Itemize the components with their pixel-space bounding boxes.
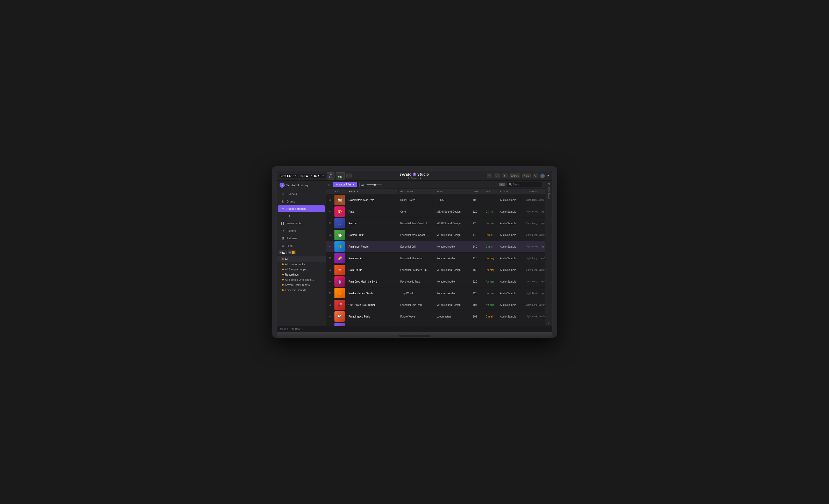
song-cell: Rainforest Plucks [347, 241, 399, 252]
comment-cell: Light, Dark,Loop/Sequence, Soft, Digital… [524, 311, 545, 322]
grouping-cell: Essential East Coast Hi... [399, 218, 435, 229]
comment-cell: Light, Dark, Long, Loop/ Sequence, Layer… [524, 206, 545, 217]
table-row[interactable]: ≋ 💧 Rain Drop Marimba Synth Psychedelic … [326, 276, 545, 287]
album-cell: Audio Sample [498, 264, 524, 276]
saved-presets-dot [282, 284, 284, 286]
play-icon[interactable]: ≋ [326, 299, 333, 311]
col-header-grouping[interactable]: GROUPING [399, 189, 435, 194]
mode-arrows[interactable]: ▲▼ [320, 175, 324, 177]
table-row[interactable]: ≋ ⚔ Raider Plucks- Synth Trap World Komo… [326, 287, 545, 299]
grouping-cell: Psychedelic Trap [399, 276, 435, 287]
bpm-cell: 120 [471, 206, 484, 217]
add-buttons-row: + 🎹 + 🟧 [277, 249, 326, 255]
bpm-section[interactable]: BPM 140 ▲▼ [280, 174, 298, 178]
play-icon[interactable]: ≋ [326, 253, 333, 264]
sidebar-item-audio-samples[interactable]: ≈ Audio Samples [278, 205, 325, 212]
play-icon[interactable]: ≋ [326, 229, 333, 241]
all-badge[interactable]: ALL [499, 183, 505, 186]
volume-slider[interactable] [367, 184, 382, 185]
play-icon[interactable]: ≋ [326, 287, 333, 299]
extra-button[interactable]: ··· [346, 174, 352, 178]
collapse-button[interactable]: ◀ [548, 182, 550, 185]
add-instrument-button[interactable]: + 🎹 [279, 250, 287, 254]
edit-button[interactable]: ✎ [487, 174, 492, 178]
art-cell: 🎵 [333, 218, 347, 229]
analyze-button[interactable]: Analyze Files ▼ [333, 182, 358, 187]
mix-button[interactable]: ↑ MIX [336, 172, 345, 179]
sidebar-item-instruments[interactable]: ▌▌ Instruments [278, 220, 325, 227]
tree-item-one-shots[interactable]: All Sample One Shots... [277, 277, 326, 282]
bpm-cell: 120 [471, 276, 484, 287]
play-icon[interactable]: ≋ [326, 194, 333, 206]
play-icon[interactable]: ≋ [326, 276, 333, 287]
play-icon[interactable]: ≋ [326, 206, 333, 217]
scenes-bar[interactable]: ⊞ Scenes ▼ [407, 177, 422, 179]
play-icon[interactable]: ≋ [326, 264, 333, 276]
recordings-label: Recordings [285, 273, 299, 276]
tree-item-sample-loops[interactable]: All Sample Loops... [277, 267, 326, 272]
tree-item-all[interactable]: All [277, 256, 326, 261]
key-arrows[interactable]: ▲▼ [309, 175, 313, 177]
help-button[interactable]: Help [522, 174, 531, 178]
shield-button[interactable]: 🛡 [494, 174, 500, 178]
key-section[interactable]: KEY C ▲▼ min ▲▼ [299, 174, 325, 178]
album-cell: Audio Sample [498, 311, 524, 322]
export-button[interactable]: Export [510, 174, 520, 178]
art-color: 🍜 [334, 230, 345, 240]
tree-item-epidemic[interactable]: Epidemic Sounds [277, 287, 326, 293]
art-color: ⚔ [334, 288, 345, 298]
key-cell: C maj [484, 311, 498, 322]
sidebar-item-files[interactable]: ▤ Files [278, 242, 325, 249]
col-header-artist[interactable]: ARTIST [435, 189, 471, 194]
fx-button[interactable]: ⊞ FX [327, 172, 334, 179]
col-header-key[interactable]: KEY [484, 189, 498, 194]
art-cell: 🌈 [333, 253, 347, 264]
col-header-bpm[interactable]: BPM [471, 189, 484, 194]
sidebar-item-patterns[interactable]: ▦ Patterns [278, 235, 325, 242]
key-cell: G min [484, 322, 498, 326]
col-header-song[interactable]: SONG ▼ [347, 189, 399, 194]
drums-label: Drums [287, 200, 295, 203]
sidebar-item-drums[interactable]: ◎ Drums [278, 198, 325, 205]
comment-cell: Dark, Long, Loop/Sequence, Layered, Chor… [524, 264, 545, 276]
play-icon[interactable]: ≋ [326, 218, 333, 229]
table-row[interactable]: ≋ 🍜 Ramen Profit Essential West Coast H.… [326, 229, 545, 241]
table-row[interactable]: ≋ 🌈 Rainbow- Arp Essential Electronic Ko… [326, 253, 545, 264]
tree-item-saved-presets[interactable]: Saved Deck Presets [277, 282, 326, 287]
col-header-album[interactable]: ALBUM [498, 189, 524, 194]
artist-cell: DECAP [435, 194, 471, 206]
table-row[interactable]: ≋ 🎤 Quit Playin [No Drums] Essential '90… [326, 299, 545, 311]
play-icon[interactable]: ≋ [326, 311, 333, 322]
table-row[interactable]: ≋ 🎨 Ratio Core MSXII Sound Design 120 G#… [326, 206, 545, 218]
add-sample-button[interactable]: + 🟧 [288, 250, 296, 254]
table-row[interactable]: ≋ 🎵 Ratchet Essential East Coast Hi... M… [326, 218, 545, 229]
sort-icon[interactable]: ⊞ [328, 183, 331, 187]
key-cell: D# min [484, 218, 498, 229]
tree-item-recordings[interactable]: Recordings [277, 272, 326, 277]
sidebar-item-plugins[interactable]: ⚙ Plugins [278, 227, 325, 234]
bpm-arrows[interactable]: ▲▼ [292, 175, 296, 177]
sidebar-item-projects[interactable]: ◎ Projects [278, 190, 325, 197]
table-row[interactable]: ≋ 🎹 Proto Organ Very Sick Beats Very Sic… [326, 322, 545, 326]
col-header-comment[interactable]: COMMENT [524, 189, 545, 194]
comment-cell: Dark, Long, Loop/Sequence, Layered, Chor… [524, 229, 545, 241]
table-row[interactable]: ≋ 🌿 Rainforest Plucks Essential Drill Ko… [326, 241, 545, 253]
art-thumb: 💧 [334, 276, 345, 287]
sidebar-item-fx[interactable]: + FX [278, 213, 325, 219]
user-avatar[interactable]: 👤 [540, 174, 545, 178]
search-box[interactable]: 🔍 Search [506, 182, 543, 187]
options-button[interactable]: ▼ [502, 174, 507, 178]
projects-label: Projects [287, 192, 297, 195]
art-color: 🎨 [334, 207, 345, 217]
table-row[interactable]: ≋ 🌊 Pumping Arp Pads Future Wave Loopmas… [326, 311, 545, 322]
art-cell: 🍜 [333, 229, 347, 241]
table-row[interactable]: ≋ 🥁 Raw Buffalo Skin Perc Dusty Crates D… [326, 194, 545, 206]
table-row[interactable]: ≋ 🌧 Rain On Me Essential Southern Hip...… [326, 264, 545, 276]
play-icon[interactable]: ≋ [326, 322, 333, 326]
add-sample-icon: + [289, 251, 291, 254]
tree-item-serato-packs[interactable]: All Serato Packs... [277, 261, 326, 267]
col-header-art[interactable]: ART [333, 189, 347, 194]
play-icon[interactable]: ≋ [326, 241, 333, 252]
settings-button[interactable]: ⚙ [533, 174, 538, 178]
art-thumb: 🎵 [334, 218, 345, 228]
